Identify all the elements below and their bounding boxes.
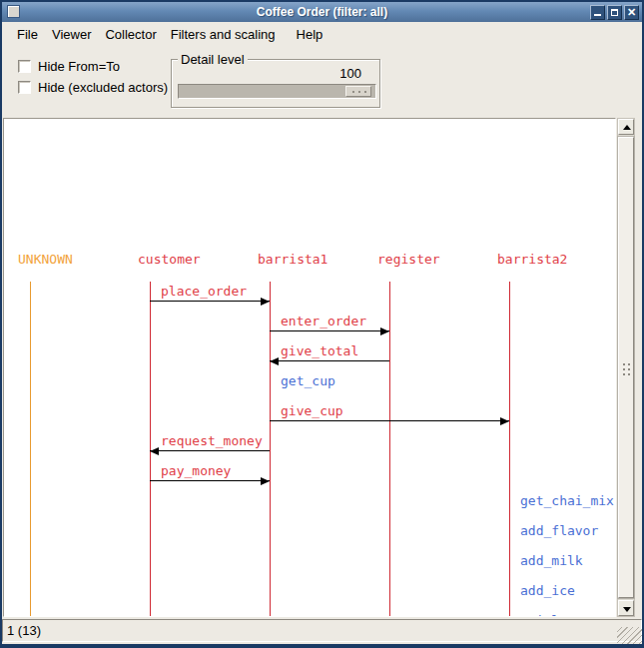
scrollbar-grip-icon (623, 363, 630, 377)
action-label-swirl[interactable]: swirl (520, 613, 559, 617)
minimize-icon (594, 14, 601, 16)
close-icon: ✕ (625, 6, 638, 19)
message-label-pay_money[interactable]: pay_money (161, 463, 231, 478)
vertical-scrollbar[interactable] (617, 118, 635, 617)
scrollbar-thumb[interactable] (618, 137, 634, 598)
scroll-down-button[interactable] (618, 600, 634, 616)
close-button[interactable]: ✕ (624, 5, 639, 20)
lifeline-register (389, 282, 390, 617)
lifeline-unknown (30, 282, 31, 617)
arrow-down-icon (623, 607, 631, 612)
hide-from-to-checkbox[interactable] (18, 60, 31, 73)
window-title: Coffee Order (filter: all) (2, 5, 642, 19)
status-text: 1 (13) (7, 623, 41, 638)
actor-label-customer[interactable]: customer (138, 252, 201, 267)
arrow-up-icon (623, 125, 631, 130)
menu-help[interactable]: Help (290, 25, 330, 44)
message-label-place_order[interactable]: place_order (161, 284, 247, 299)
message-line-place_order (150, 301, 270, 302)
arrowhead-icon (150, 447, 159, 455)
message-line-pay_money (150, 480, 270, 481)
message-line-give_total (270, 360, 389, 361)
title-bar[interactable]: Coffee Order (filter: all) ✕ (2, 2, 642, 22)
hide-excluded-actors-label: Hide (excluded actors) (38, 80, 168, 95)
detail-level-groupbox: Detail level 100 (171, 59, 380, 108)
detail-level-value: 100 (339, 66, 361, 81)
sequence-diagram-canvas[interactable]: UNKNOWNcustomerbarrista1registerbarrista… (3, 118, 616, 617)
lifeline-barrista2 (509, 282, 510, 617)
hide-excluded-actors-checkbox[interactable] (18, 81, 31, 94)
menu-collector[interactable]: Collector (98, 25, 163, 44)
message-label-enter_order[interactable]: enter_order (281, 314, 366, 328)
detail-level-label: Detail level (178, 52, 248, 67)
maximize-button[interactable] (607, 5, 622, 20)
message-line-give_cup (270, 420, 509, 421)
menu-filters-and-scaling[interactable]: Filters and scaling (164, 25, 283, 44)
action-label-add_milk[interactable]: add_milk (520, 553, 583, 568)
slider-handle[interactable] (345, 86, 371, 97)
arrowhead-icon (380, 327, 389, 335)
et-viewer-window: Coffee Order (filter: all) ✕ FileViewerC… (0, 0, 644, 648)
lifeline-barrista1 (270, 282, 271, 617)
arrowhead-icon (261, 298, 270, 306)
message-label-give_total[interactable]: give_total (281, 343, 358, 358)
menu-file[interactable]: File (10, 25, 45, 44)
toolbar: Hide From=To Hide (excluded actors) Deta… (2, 45, 642, 117)
window-icon (7, 5, 20, 18)
arrowhead-icon (261, 477, 270, 485)
actor-label-barrista1[interactable]: barrista1 (258, 252, 327, 267)
slider-grip-icon (352, 91, 367, 93)
message-line-enter_order (270, 330, 389, 331)
actor-label-barrista2[interactable]: barrista2 (497, 252, 567, 267)
resize-grip[interactable] (617, 627, 643, 647)
minimize-button[interactable] (590, 5, 605, 20)
status-bar: 1 (13) (2, 619, 642, 642)
message-label-give_cup[interactable]: give_cup (281, 403, 343, 418)
actor-label-unknown[interactable]: UNKNOWN (18, 252, 73, 267)
message-line-request_money (150, 450, 270, 451)
detail-level-slider[interactable] (178, 84, 376, 99)
message-label-request_money[interactable]: request_money (161, 433, 263, 448)
maximize-icon (611, 9, 618, 16)
actor-label-register[interactable]: register (377, 252, 440, 267)
arrowhead-icon (500, 417, 509, 425)
action-label-add_flavor[interactable]: add_flavor (520, 523, 598, 538)
menu-bar: FileViewerCollectorFilters and scalingHe… (2, 24, 642, 45)
action-label-get_cup[interactable]: get_cup (281, 373, 335, 388)
scroll-up-button[interactable] (618, 119, 634, 135)
menu-viewer[interactable]: Viewer (45, 25, 99, 44)
arrowhead-icon (270, 357, 279, 365)
action-label-add_ice[interactable]: add_ice (520, 583, 575, 598)
hide-from-to-label: Hide From=To (38, 59, 120, 74)
action-label-get_chai_mix[interactable]: get_chai_mix (520, 493, 614, 508)
